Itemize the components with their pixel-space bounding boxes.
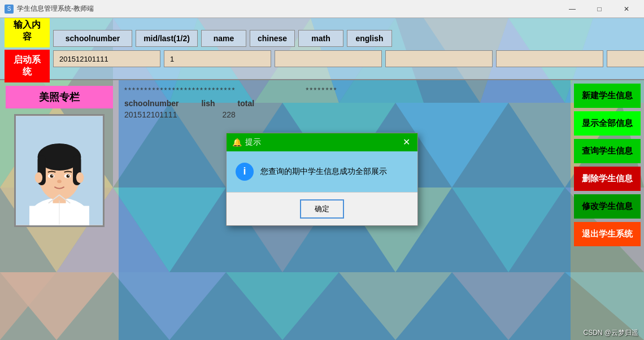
dialog-title-text: 提示 xyxy=(245,137,261,147)
dialog-message: 您查询的期中学生信息成功全部展示 xyxy=(260,167,387,177)
window-title: 学生信息管理系统-教师端 xyxy=(17,4,94,14)
dialog-title-left: 🔔 提示 xyxy=(232,137,261,147)
minimize-button[interactable]: — xyxy=(559,0,585,18)
dialog-icon-small: 🔔 xyxy=(232,138,242,147)
dialog-overlay: 🔔 提示 ✕ i 您查询的期中学生信息成功全部展示 确定 xyxy=(0,18,644,340)
title-bar: S 学生信息管理系统-教师端 — □ ✕ xyxy=(0,0,644,18)
dialog-close-button[interactable]: ✕ xyxy=(401,137,412,148)
main-area: 输入内容 启动系统 schoolnumber mid/last(1/2) nam… xyxy=(0,18,644,340)
maximize-button[interactable]: □ xyxy=(586,0,612,18)
app-icon: S xyxy=(5,5,14,14)
title-bar-left: S 学生信息管理系统-教师端 xyxy=(5,4,94,14)
dialog-info-icon: i xyxy=(236,163,254,181)
window-controls: — □ ✕ xyxy=(559,0,639,18)
dialog-box: 🔔 提示 ✕ i 您查询的期中学生信息成功全部展示 确定 xyxy=(226,133,418,226)
dialog-ok-button[interactable]: 确定 xyxy=(300,199,344,219)
close-button[interactable]: ✕ xyxy=(613,0,639,18)
dialog-content: i 您查询的期中学生信息成功全部展示 xyxy=(227,151,417,192)
dialog-footer: 确定 xyxy=(227,192,417,225)
dialog-title-bar: 🔔 提示 ✕ xyxy=(227,133,417,151)
